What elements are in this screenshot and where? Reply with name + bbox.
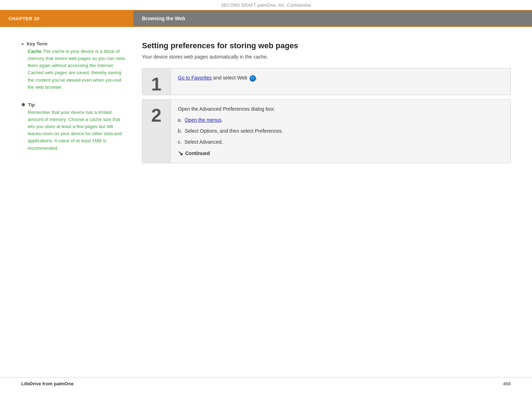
step-2-intro: Open the Advanced Preferences dialog box… [178, 105, 503, 113]
web-icon: 🌐 [249, 75, 256, 82]
tip-title: Tip [28, 102, 35, 107]
step-1-content: Go to Favorites and select Web 🌐. [171, 68, 510, 95]
step-1: 1 Go to Favorites and select Web 🌐. [142, 68, 511, 95]
tip-body: Remember that your device has a limited … [21, 109, 125, 152]
footer: LifeDrive from palmOne 468 [0, 377, 532, 386]
step-2-content: Open the Advanced Preferences dialog box… [171, 100, 510, 163]
step-2-b: b. Select Options, and then select Prefe… [178, 127, 503, 135]
main-content: » Key Term Cache The cache in your devic… [0, 27, 532, 360]
step-1-number: 1 [142, 68, 171, 95]
content-area: Setting preferences for storing web page… [133, 41, 532, 360]
key-term-header: » Key Term [21, 41, 125, 46]
continued-arrow-icon: ↘ [178, 149, 183, 157]
tip-icon: ✱ [21, 102, 25, 107]
continued-text: Continued [185, 150, 210, 156]
section-subtitle: Your device stores web pages automatical… [142, 54, 511, 60]
term-name: Cache [28, 49, 42, 54]
footer-page-number: 468 [503, 381, 511, 386]
chapter-label: CHAPTER 20 [0, 11, 133, 26]
step-2-number: 2 [142, 100, 171, 163]
key-term-icon: » [21, 41, 24, 46]
go-to-favorites-link[interactable]: Go to Favorites [178, 75, 212, 81]
sidebar-tip: ✱ Tip Remember that your device has a li… [21, 102, 125, 152]
open-menus-link[interactable]: Open the menus [185, 117, 221, 123]
step-2-c: c. Select Advanced. [178, 138, 503, 146]
watermark-text: SECOND DRAFT palmOne, Inc. Confidential [0, 0, 532, 10]
sidebar: » Key Term Cache The cache in your devic… [0, 41, 133, 360]
footer-brand: LifeDrive from palmOne [21, 381, 73, 386]
term-description: The cache in your device is a block of m… [28, 49, 125, 90]
key-term-title: Key Term [27, 41, 47, 46]
step-1-text-and: and select Web [213, 75, 249, 81]
chapter-title: Browsing the Web [133, 11, 532, 26]
header-bar: CHAPTER 20 Browsing the Web [0, 10, 532, 27]
key-term-body: Cache The cache in your device is a bloc… [21, 48, 125, 91]
step-2-a: a. Open the menus. [178, 116, 503, 124]
continued-line: ↘ Continued [178, 149, 503, 157]
step-2: 2 Open the Advanced Preferences dialog b… [142, 99, 511, 163]
tip-header: ✱ Tip [21, 102, 125, 107]
section-title: Setting preferences for storing web page… [142, 41, 511, 50]
sidebar-key-term: » Key Term Cache The cache in your devic… [21, 41, 125, 91]
step-1-text: Go to Favorites and select Web 🌐. [178, 74, 503, 82]
